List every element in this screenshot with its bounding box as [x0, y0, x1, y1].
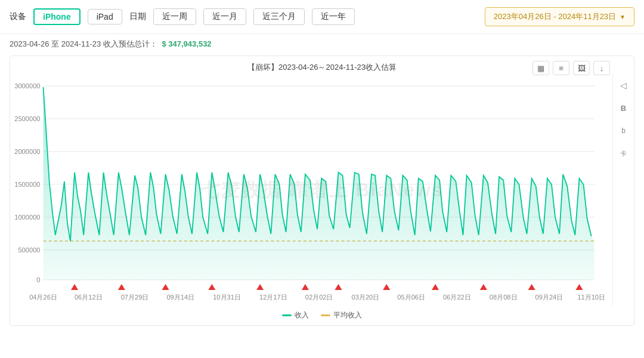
b-icon[interactable]: B — [617, 101, 630, 115]
svg-text:08月08日: 08月08日 — [490, 294, 518, 301]
svg-text:04月26日: 04月26日 — [29, 294, 57, 301]
legend-revenue: 收入 — [282, 310, 309, 320]
svg-marker-24 — [480, 284, 487, 290]
date-range-button[interactable]: 2023年04月26日 - 2024年11月23日 ▼ — [485, 7, 634, 26]
chart-legend: 收入 平均收入 — [10, 307, 634, 325]
svg-text:3000000: 3000000 — [14, 82, 40, 90]
b2-icon[interactable]: b — [617, 124, 630, 137]
svg-marker-25 — [528, 284, 535, 290]
chart-area: 3000000 2500000 2000000 1500000 1000000 … — [10, 74, 634, 307]
svg-marker-19 — [256, 284, 264, 290]
three-months-button[interactable]: 近三个月 — [253, 8, 305, 25]
list-chart-button[interactable]: ≡ — [553, 61, 569, 75]
download-button[interactable]: ↓ — [593, 61, 610, 75]
collapse-icon[interactable]: ◁ — [617, 79, 630, 92]
svg-marker-18 — [208, 284, 215, 290]
ipad-button[interactable]: iPad — [88, 9, 122, 24]
svg-text:1000000: 1000000 — [14, 214, 40, 221]
week-button[interactable]: 近一周 — [153, 8, 196, 25]
svg-text:09月24日: 09月24日 — [535, 294, 564, 301]
chevron-down-icon: ▼ — [620, 14, 626, 20]
month-button[interactable]: 近一月 — [203, 8, 246, 25]
list-icon: ≡ — [559, 64, 564, 73]
svg-marker-21 — [335, 284, 342, 290]
svg-marker-16 — [118, 284, 125, 290]
svg-text:09月14日: 09月14日 — [166, 294, 194, 301]
iphone-button[interactable]: iPhone — [33, 8, 80, 25]
svg-marker-17 — [162, 284, 169, 290]
total-amount: $ 347,943,532 — [162, 39, 211, 48]
svg-marker-26 — [575, 284, 583, 290]
svg-text:02月02日: 02月02日 — [305, 294, 333, 301]
svg-marker-20 — [302, 284, 309, 290]
device-label: 设备 — [10, 11, 26, 22]
legend-avg: 平均收入 — [321, 310, 362, 320]
svg-marker-23 — [432, 284, 439, 290]
bar-chart-button[interactable]: ▦ — [532, 61, 549, 75]
svg-text:06月22日: 06月22日 — [443, 294, 471, 301]
top-bar: 设备 iPhone iPad 日期 近一周 近一月 近三个月 近一年 2023年… — [0, 0, 644, 34]
bar-chart-icon: ▦ — [537, 64, 544, 73]
svg-text:12月17日: 12月17日 — [259, 294, 287, 301]
date-label: 日期 — [129, 11, 146, 22]
svg-text:0: 0 — [36, 276, 40, 283]
chart-actions: ▦ ≡ 🖼 ↓ — [532, 61, 610, 75]
svg-marker-22 — [383, 284, 390, 290]
revenue-legend-dot — [282, 314, 292, 316]
svg-text:2500000: 2500000 — [14, 115, 40, 122]
avg-legend-dot — [321, 314, 330, 316]
svg-text:2000000: 2000000 — [14, 148, 40, 155]
download-icon: ↓ — [600, 64, 604, 73]
svg-text:1500000: 1500000 — [14, 181, 40, 188]
svg-text:07月29日: 07月29日 — [121, 294, 149, 301]
svg-text:05月06日: 05月06日 — [397, 294, 425, 301]
image-button[interactable]: 🖼 — [573, 61, 590, 75]
svg-text:10月31日: 10月31日 — [213, 294, 241, 301]
card-icon[interactable]: 卡 — [617, 147, 630, 160]
chart-container: 【崩坏】2023-04-26～2024-11-23收入估算 ▦ ≡ 🖼 ↓ 30… — [10, 55, 634, 326]
svg-text:06月12日: 06月12日 — [75, 294, 103, 301]
year-button[interactable]: 近一年 — [312, 8, 355, 25]
image-icon: 🖼 — [578, 64, 586, 73]
svg-text:11月10日: 11月10日 — [577, 294, 605, 301]
revenue-chart: 3000000 2500000 2000000 1500000 1000000 … — [10, 74, 612, 307]
svg-marker-15 — [71, 284, 78, 290]
right-panel: ◁ B b 卡 — [612, 74, 634, 307]
svg-text:500000: 500000 — [18, 246, 40, 254]
svg-text:03月20日: 03月20日 — [351, 294, 379, 301]
summary-bar: 2023-04-26 至 2024-11-23 收入预估总计： $ 347,94… — [0, 34, 644, 53]
